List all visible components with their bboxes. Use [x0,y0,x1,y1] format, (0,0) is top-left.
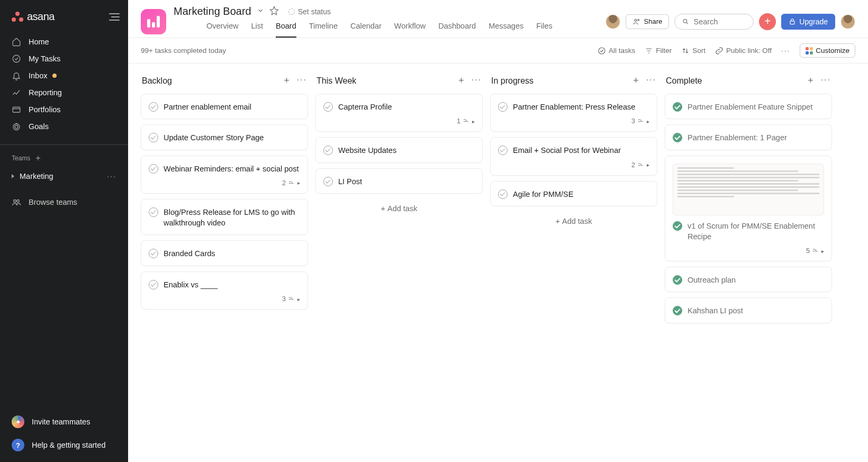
project-menu-chevron-icon[interactable] [257,7,264,16]
task-card[interactable]: Partner Enablement Feature Snippet [665,94,832,119]
column-more-icon[interactable]: ··· [472,75,482,86]
task-card[interactable]: Website Updates [315,137,483,162]
sort-icon [681,47,690,55]
browse-teams-label: Browse teams [29,198,77,206]
complete-check-icon[interactable] [323,177,333,186]
more-options-button[interactable]: ··· [781,47,790,55]
task-card[interactable]: Branded Cards [141,240,308,266]
user-avatar[interactable] [840,14,855,29]
sidebar-toggle-icon[interactable] [109,13,120,21]
all-tasks-button[interactable]: All tasks [598,47,635,55]
completed-count: 99+ tasks completed today [141,47,226,55]
teams-header[interactable]: Teams + [0,152,128,168]
add-card-icon[interactable]: + [284,75,290,86]
add-card-icon[interactable]: + [633,75,639,86]
team-item-marketing[interactable]: Marketing ··· [0,168,128,184]
complete-check-icon[interactable] [323,102,333,112]
complete-check-icon[interactable] [149,133,158,142]
nav-item-reporting[interactable]: Reporting [0,84,128,101]
member-avatar[interactable] [605,14,620,29]
nav-item-goals[interactable]: Goals [0,118,128,135]
add-task-button[interactable]: +Add task [315,199,483,218]
task-card[interactable]: Update Customer Story Page [141,124,308,150]
task-card[interactable]: Partner enablement email [141,94,308,119]
tab-overview[interactable]: Overview [206,19,238,38]
complete-check-icon[interactable] [498,146,508,155]
search-input[interactable] [693,17,746,26]
tab-calendar[interactable]: Calendar [350,19,382,38]
status-circle-icon [288,8,295,15]
card-title: Enablix vs ____ [164,279,218,290]
column-more-icon[interactable]: ··· [821,75,831,86]
nav-item-portfolios[interactable]: Portfolios [0,101,128,118]
public-link-label: Public link: Off [726,47,772,55]
nav-item-my-tasks[interactable]: My Tasks [0,50,128,67]
complete-check-icon[interactable] [673,275,682,285]
task-card[interactable]: Kahshan LI post [665,297,832,323]
card-title: Website Updates [338,145,396,156]
add-card-icon[interactable]: + [808,75,813,86]
project-icon[interactable] [141,9,166,34]
task-card[interactable]: Partner Enablement: 1 Pager [665,124,832,150]
nav-item-home[interactable]: Home [0,33,128,50]
tab-board[interactable]: Board [276,19,296,38]
search-box[interactable] [674,14,754,30]
invite-icon: ✦ [12,415,24,428]
public-link-button[interactable]: Public link: Off [715,47,772,55]
tab-list[interactable]: List [251,19,263,38]
add-task-button[interactable]: +Add task [490,212,657,231]
complete-check-icon[interactable] [673,306,682,315]
task-card[interactable]: v1 of Scrum for PMM/SE Enablement Recipe… [665,156,832,262]
upgrade-button[interactable]: Upgrade [781,14,835,30]
task-card[interactable]: Webinar Reminders: email + social post2▸ [141,156,308,194]
task-card[interactable]: Partner Enablement: Press Release3▸ [490,94,657,132]
card-title: v1 of Scrum for PMM/SE Enablement Recipe [688,221,824,242]
tab-timeline[interactable]: Timeline [309,19,338,38]
browse-teams-button[interactable]: Browse teams [0,194,128,211]
task-card[interactable]: Blog/Press Release for LMS to go with wa… [141,199,308,235]
nav-item-inbox[interactable]: Inbox [0,67,128,84]
add-card-icon[interactable]: + [458,75,464,86]
complete-check-icon[interactable] [673,221,682,231]
complete-check-icon[interactable] [323,146,333,155]
task-card[interactable]: Enablix vs ____3▸ [141,271,308,310]
chevron-right-icon [12,174,14,178]
column-more-icon[interactable]: ··· [646,75,656,86]
share-button[interactable]: Share [626,14,670,29]
task-card[interactable]: LI Post [315,168,483,194]
task-card[interactable]: Email + Social Post for Webinar2▸ [490,137,657,175]
tab-messages[interactable]: Messages [489,19,523,38]
complete-check-icon[interactable] [149,280,158,289]
bell-icon [12,71,21,80]
svg-point-6 [635,19,637,21]
complete-check-icon[interactable] [149,207,158,217]
tab-workflow[interactable]: Workflow [394,19,426,38]
task-card[interactable]: Agile for PMM/SE [490,181,657,206]
invite-teammates-button[interactable]: ✦ Invite teammates [0,410,128,433]
complete-check-icon[interactable] [498,102,508,112]
set-status-button[interactable]: Set status [288,7,331,16]
column-more-icon[interactable]: ··· [297,75,307,86]
complete-check-icon[interactable] [673,102,682,112]
complete-check-icon[interactable] [498,189,508,199]
complete-check-icon[interactable] [149,102,158,112]
team-more-icon[interactable]: ··· [107,172,116,180]
asana-logo[interactable]: asana [12,11,55,23]
filter-button[interactable]: Filter [645,47,672,55]
logo-icon [12,12,23,22]
sort-button[interactable]: Sort [681,47,706,55]
complete-check-icon[interactable] [149,164,158,174]
tab-dashboard[interactable]: Dashboard [438,19,476,38]
lock-icon [789,18,796,25]
task-card[interactable]: Outreach plan [665,267,832,292]
task-card[interactable]: Capterra Profile1▸ [315,94,483,132]
add-team-icon[interactable]: + [35,153,40,163]
complete-check-icon[interactable] [149,249,158,258]
global-add-button[interactable]: + [759,13,776,30]
customize-button[interactable]: Customize [800,43,855,58]
complete-check-icon[interactable] [673,133,682,142]
column-title: In progress [491,76,534,86]
help-button[interactable]: ? Help & getting started [0,433,128,457]
star-icon[interactable] [269,6,279,17]
tab-files[interactable]: Files [536,19,553,38]
